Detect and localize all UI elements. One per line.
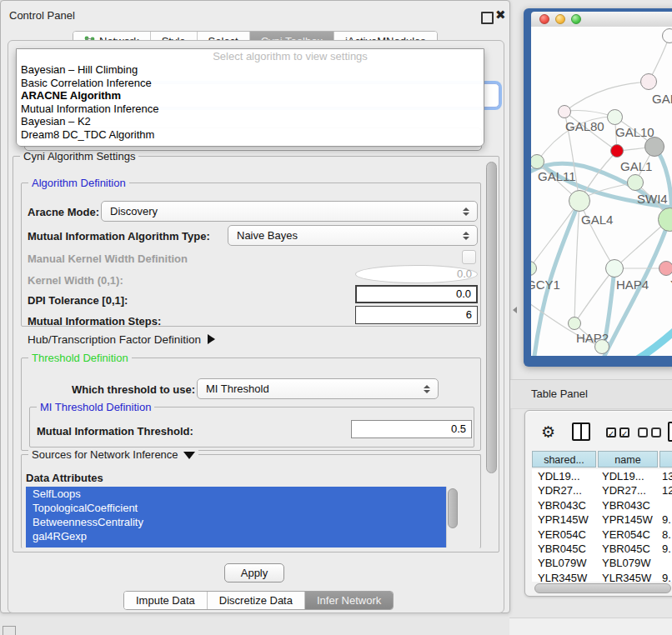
table-row[interactable]: YER054CYER054C8. bbox=[532, 528, 672, 542]
table-cell: 9. bbox=[656, 512, 672, 527]
table-cell: YDL19... bbox=[596, 469, 656, 483]
tab-impute-data[interactable]: Impute Data bbox=[124, 592, 208, 609]
mi-steps-field[interactable]: 6 bbox=[355, 306, 478, 324]
table-header-row: shared...name bbox=[532, 451, 672, 468]
table-row[interactable]: YDR27...YDR27...12 bbox=[532, 483, 672, 498]
mi-type-select[interactable]: Naive Bayes bbox=[228, 225, 478, 246]
network-node-hap4[interactable] bbox=[605, 259, 624, 278]
node-label: GCY1 bbox=[531, 278, 560, 292]
settings-scrollbar[interactable] bbox=[485, 159, 497, 548]
table-cell: YDL19... bbox=[532, 469, 596, 483]
table-row[interactable]: YPR145WYPR145W9. bbox=[532, 512, 672, 527]
mi-threshold-field[interactable]: 0.5 bbox=[351, 420, 472, 438]
hub-definition-label: Hub/Transcription Factor Definition bbox=[28, 333, 201, 346]
dpi-tolerance-field[interactable]: 0.0 bbox=[355, 285, 478, 303]
table-row[interactable]: YLR345WYLR345W9. bbox=[532, 571, 672, 582]
table-rows: YDL19...YDL19...13YDR27...YDR27...12YBR0… bbox=[532, 469, 672, 582]
mi-threshold-label: Mutual Information Threshold: bbox=[37, 425, 193, 438]
tab-discretize-data[interactable]: Discretize Data bbox=[208, 592, 305, 609]
network-node-swi4[interactable] bbox=[627, 174, 644, 191]
minimize-traffic-light[interactable] bbox=[555, 14, 565, 24]
aracne-mode-select[interactable]: Discovery bbox=[101, 201, 478, 222]
which-threshold-value: MI Threshold bbox=[198, 382, 419, 395]
data-attributes-label: Data Attributes bbox=[26, 472, 103, 484]
algorithm-option[interactable]: Bayesian – K2 bbox=[17, 115, 484, 128]
column-header[interactable]: shared... bbox=[532, 451, 596, 468]
data-attribute-item[interactable]: BetweennessCentrality bbox=[26, 515, 446, 529]
table-cell: YLR345W bbox=[596, 571, 656, 582]
table-row[interactable]: YBL079WYBL079W bbox=[532, 556, 672, 570]
network-window-titlebar[interactable] bbox=[531, 12, 672, 28]
close-traffic-light[interactable] bbox=[539, 14, 549, 24]
zoom-traffic-light[interactable] bbox=[571, 14, 581, 24]
table-cell: 9. bbox=[656, 571, 672, 582]
network-node-gal10[interactable] bbox=[607, 109, 623, 125]
table-cell: 8. bbox=[656, 528, 672, 542]
which-threshold-select[interactable]: MI Threshold bbox=[197, 378, 439, 399]
split-view-icon[interactable] bbox=[572, 422, 590, 441]
hub-definition-toggle[interactable]: Hub/Transcription Factor Definition bbox=[28, 333, 215, 346]
sources-group-toggle[interactable]: Sources for Network Inference bbox=[28, 448, 198, 461]
tab-infer-network[interactable]: Infer Network bbox=[305, 592, 393, 609]
dpi-tolerance-label: DPI Tolerance [0,1]: bbox=[28, 294, 128, 307]
algorithm-option[interactable]: Dream8 DC_TDC Algorithm bbox=[17, 128, 484, 142]
table-cell: 13 bbox=[656, 469, 672, 483]
gear-icon[interactable]: ⚙ bbox=[541, 424, 555, 440]
table-window: ⚙ ✓✓ shared...name YDL19...YDL19...13YDR… bbox=[524, 410, 672, 597]
dropdown-placeholder: Select algorithm to view settings bbox=[17, 49, 484, 63]
algorithm-option[interactable]: ARACNE Algorithm bbox=[17, 89, 484, 102]
close-window-icon[interactable]: ✖ bbox=[495, 8, 506, 22]
status-strip bbox=[509, 618, 672, 635]
manual-kernel-checkbox[interactable] bbox=[462, 250, 476, 264]
algorithm-definition-title: Algorithm Definition bbox=[28, 177, 129, 189]
page-icon[interactable] bbox=[668, 422, 672, 442]
data-attribute-item[interactable]: SelfLoops bbox=[26, 487, 446, 501]
table-row[interactable]: YBR043CYBR043C bbox=[532, 498, 672, 512]
network-node[interactable] bbox=[644, 137, 664, 157]
panel-splitter-handle[interactable] bbox=[513, 307, 517, 313]
node-label: GAL10 bbox=[615, 125, 654, 139]
data-attributes-scrollbar-thumb[interactable] bbox=[448, 488, 458, 528]
manual-kernel-label: Manual Kernel Width Definition bbox=[28, 252, 188, 265]
network-node[interactable] bbox=[594, 339, 609, 354]
table-cell: YBL079W bbox=[596, 556, 656, 570]
stepper-arrows-icon bbox=[419, 385, 434, 393]
control-panel-title: Control Panel bbox=[9, 9, 75, 22]
minimized-panel-icon[interactable] bbox=[3, 626, 16, 635]
algorithm-option[interactable]: Bayesian – Hill Climbing bbox=[17, 63, 484, 77]
column-header[interactable] bbox=[659, 451, 672, 468]
deselect-all-icon[interactable] bbox=[638, 428, 661, 438]
network-node[interactable] bbox=[662, 28, 672, 43]
network-node-gal[interactable] bbox=[640, 73, 657, 90]
kernel-width-field[interactable]: 0.0 bbox=[355, 265, 478, 283]
table-row[interactable]: YBR045CYBR045C9. bbox=[532, 542, 672, 556]
node-label: SWI4 bbox=[637, 192, 668, 206]
table-row[interactable]: YDL19...YDL19...13 bbox=[532, 469, 672, 483]
select-all-icon[interactable]: ✓✓ bbox=[606, 428, 629, 438]
table-horizontal-scrollbar[interactable] bbox=[534, 583, 671, 593]
control-panel-window: Control Panel ✖ NetworkStyleSelectCyni T… bbox=[0, 0, 510, 613]
sources-group-title: Sources for Network Inference bbox=[32, 448, 178, 461]
algorithm-option[interactable]: Mutual Information Inference bbox=[17, 102, 484, 116]
table-cell: 9. bbox=[656, 542, 672, 556]
mi-type-label: Mutual Information Algorithm Type: bbox=[28, 230, 210, 242]
table-panel-title: Table Panel bbox=[531, 388, 588, 400]
threshold-definition-title: Threshold Definition bbox=[28, 352, 132, 364]
data-attributes-scrollbar[interactable] bbox=[446, 487, 458, 548]
table-cell: YBR043C bbox=[532, 498, 596, 512]
settings-scrollbar-thumb[interactable] bbox=[486, 162, 497, 473]
column-header[interactable]: name bbox=[598, 451, 658, 468]
data-attribute-item[interactable]: TopologicalCoefficient bbox=[26, 501, 446, 515]
float-window-icon[interactable] bbox=[481, 12, 494, 24]
network-node-gal80[interactable] bbox=[558, 105, 571, 118]
table-cell: YBR045C bbox=[532, 542, 596, 556]
network-node-gal4[interactable] bbox=[569, 190, 590, 212]
node-label: GAL1 bbox=[620, 159, 652, 173]
network-node-gal1[interactable] bbox=[610, 144, 624, 158]
data-attribute-item[interactable]: gal4RGexp bbox=[26, 529, 446, 543]
apply-button[interactable]: Apply bbox=[224, 563, 284, 582]
network-node-y[interactable] bbox=[659, 261, 672, 276]
network-node-hap2[interactable] bbox=[568, 317, 581, 330]
network-canvas[interactable]: GALGAL80GAL10GAL1GAL11SWI4GAL4GCY1HAP4YH… bbox=[531, 27, 672, 356]
algorithm-option[interactable]: Basic Correlation Inference bbox=[17, 77, 484, 90]
